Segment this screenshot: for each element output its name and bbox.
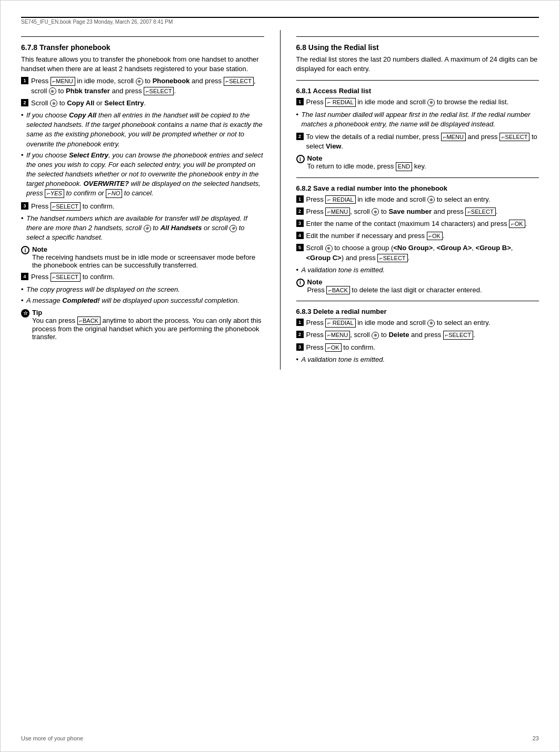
bullet-682-validation: A validation tone is emitted. <box>296 265 539 275</box>
step-3-bullets: The handset numbers which are available … <box>21 214 264 243</box>
bullet-select-entry: If you choose Select Entry, you can brow… <box>21 151 264 199</box>
section-681-bullets: The last number dialled will appear firs… <box>296 110 539 129</box>
footer-bar: Use more of your phone 23 <box>21 735 539 741</box>
scroll-icon-5: ⊕ <box>229 225 237 232</box>
yes-btn: ⌐YES <box>45 189 64 197</box>
bullet-683-validation: A validation tone is emitted. <box>296 355 539 364</box>
step-2-bullets: If you choose Copy All then all entries … <box>21 111 264 199</box>
bullet-handset-numbers: The handset numbers which are available … <box>21 214 264 243</box>
step-683-3-bullets: A validation tone is emitted. <box>296 355 539 364</box>
scroll-icon-4: ⊕ <box>144 225 151 232</box>
no-btn: ⌐NO <box>106 189 122 197</box>
footer-right: 23 <box>533 735 539 741</box>
step-682-5-bullets: A validation tone is emitted. <box>296 265 539 275</box>
bullet-copy-progress: The copy progress will be displayed on t… <box>21 285 264 294</box>
bullet-copy-all: If you choose Copy All then all entries … <box>21 111 264 149</box>
footer-left: Use more of your phone <box>21 735 83 741</box>
bullet-681-last-number: The last number dialled will appear firs… <box>296 110 539 129</box>
bullet-completed: A message Completed! will be displayed u… <box>21 296 264 305</box>
